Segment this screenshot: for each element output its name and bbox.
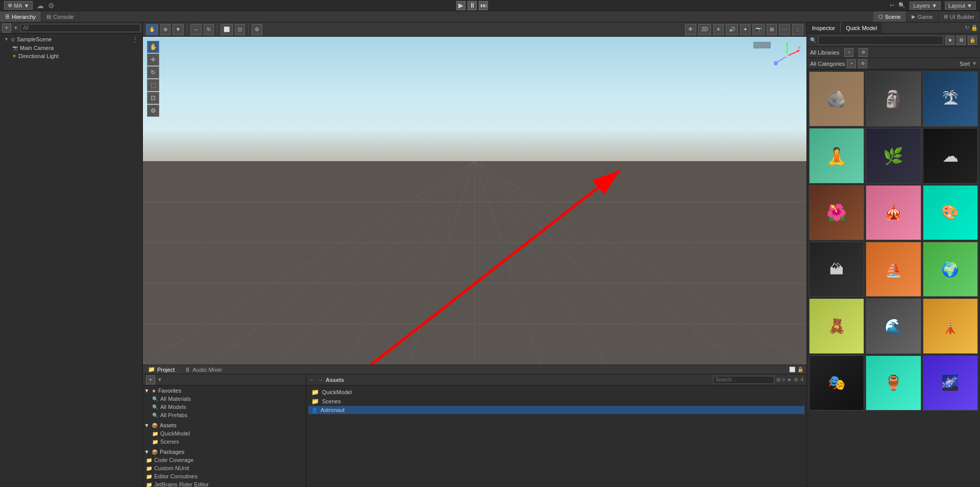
asset-thumb-3[interactable]: 🏝 [923, 71, 978, 126]
back-btn[interactable]: ← [309, 376, 315, 383]
quickmodel-folder-item[interactable]: 📁 QuickModel [144, 429, 305, 438]
asset-filter-icon[interactable]: ⊞ [776, 377, 780, 382]
add-project-btn[interactable]: + [146, 375, 155, 385]
tab-scene[interactable]: ⬡ Scene [873, 11, 906, 22]
hand-tool-btn[interactable]: ✋ [146, 24, 158, 35]
layers-button[interactable]: Layers ▼ [910, 2, 941, 10]
tab-hierarchy[interactable]: ☰ Hierarchy [0, 11, 41, 22]
asset-star-icon[interactable]: ★ [787, 377, 792, 382]
assets-header[interactable]: ▼ 📦 Assets [144, 421, 305, 429]
asset-search-input[interactable] [713, 376, 774, 384]
scene-rect-tool[interactable]: ⬚ [147, 79, 159, 91]
asset-astronaut[interactable]: 👤 Astronaut [308, 406, 804, 414]
star-btn[interactable]: ★ [945, 36, 954, 45]
transform-center-btn[interactable]: ⊕ [160, 24, 170, 35]
packages-header[interactable]: ▼ 📦 Packages [144, 448, 305, 456]
asset-thumb-6[interactable]: ☁ [923, 128, 978, 183]
pause-button[interactable]: ⏸ [468, 1, 477, 10]
all-categories-settings-btn[interactable]: ⚙ [858, 59, 867, 68]
hierarchy-item-samplescene[interactable]: ▼ ⊙ SampleScene ⋮ [0, 35, 142, 44]
add-hierarchy-button[interactable]: + [2, 23, 11, 33]
move-tool-btn[interactable]: ↔ [190, 24, 202, 35]
grid-btn[interactable]: ⋯ [779, 24, 790, 35]
inspector-tab[interactable]: Inspector [807, 22, 840, 33]
all-prefabs-item[interactable]: 🔍 All Prefabs [144, 411, 305, 419]
custom-tool-btn[interactable]: ⚙ [252, 24, 262, 35]
asset-thumb-9[interactable]: 🎨 [923, 185, 978, 240]
gizmo-btn[interactable]: ⊞ [767, 24, 777, 35]
asset-thumb-2[interactable]: 🗿 [866, 71, 921, 126]
asset-scenes-folder[interactable]: 📁 Scenes [308, 397, 804, 406]
asset-thumb-7[interactable]: 🌺 [809, 185, 864, 240]
asset-thumb-5[interactable]: 🌿 [866, 128, 921, 183]
all-libraries-label[interactable]: All Libraries [810, 49, 839, 56]
lock-icon[interactable]: 🔒 [797, 367, 803, 372]
asset-list-icon[interactable]: ≡ [782, 377, 786, 382]
asset-thumb-13[interactable]: 🧸 [809, 298, 864, 353]
more-btn[interactable]: ⋮ [792, 24, 803, 35]
asset-thumb-17[interactable]: 🏺 [866, 355, 921, 411]
rect-tool-btn[interactable]: ⬜ [220, 24, 233, 35]
audio-btn[interactable]: 🔊 [726, 24, 738, 35]
scale-tool-btn[interactable]: ⊡ [235, 24, 245, 35]
tab-game[interactable]: ▶ Game [906, 11, 939, 22]
scene-visibility-btn[interactable]: 👁 [685, 24, 696, 35]
asset-thumb-15[interactable]: 🗼 [923, 298, 978, 353]
editor-coroutines-pkg[interactable]: 📁 Editor Coroutines [144, 472, 305, 480]
settings-small-btn[interactable]: ⚙ [957, 36, 966, 45]
transform-pivot-btn[interactable]: ▼ [173, 24, 184, 35]
asset-thumb-10[interactable]: 🏔 [809, 242, 864, 297]
inspector-search-input[interactable] [818, 36, 943, 45]
maximize-icon[interactable]: ⬜ [789, 367, 795, 372]
tab-ui-builder[interactable]: ⊞ UI Builder [939, 11, 980, 22]
quick-model-tab[interactable]: Quick Model [840, 22, 882, 33]
asset-thumb-11[interactable]: ⛵ [866, 242, 921, 297]
scene-rotate-tool[interactable]: ↻ [147, 66, 159, 79]
audio-mixer-tab[interactable]: 🎚 Audio Mixer [180, 365, 227, 374]
scene-hand-tool[interactable]: ✋ [147, 41, 159, 53]
lock-right-icon[interactable]: 🔒 [971, 24, 978, 31]
custom-nunit-pkg[interactable]: 📁 Custom NUnit [144, 464, 305, 472]
scene-scale-tool[interactable]: ⊡ [147, 92, 159, 104]
all-libraries-add-btn[interactable]: + [844, 48, 853, 57]
rotate-tool-btn[interactable]: ↻ [204, 24, 214, 35]
all-categories-add-btn[interactable]: + [847, 59, 856, 68]
scenes-folder-item[interactable]: 📁 Scenes [144, 438, 305, 446]
forward-btn[interactable]: → [317, 376, 324, 383]
asset-thumb-4[interactable]: 🧘 [809, 128, 864, 183]
hierarchy-item-directionallight[interactable]: ☀ Directional Light [0, 52, 142, 60]
all-materials-item[interactable]: 🔍 All Materials [144, 395, 305, 403]
fx-btn[interactable]: ✦ [740, 24, 750, 35]
tab-console[interactable]: ▤ Console [41, 11, 79, 22]
asset-thumb-18[interactable]: 🌌 [923, 355, 978, 411]
asset-thumb-14[interactable]: 🌊 [866, 298, 921, 353]
scene-options-icon[interactable]: ⋮ [132, 36, 138, 43]
code-coverage-pkg[interactable]: 📁 Code Coverage [144, 456, 305, 464]
favorites-header[interactable]: ▼ ★ Favorites [144, 387, 305, 395]
asset-settings-icon[interactable]: ⚙ [794, 377, 798, 382]
play-button[interactable]: ▶ [456, 1, 465, 10]
layout-button[interactable]: Layout ▼ [945, 2, 976, 10]
asset-thumb-16[interactable]: 🎭 [809, 355, 864, 411]
all-libraries-settings-btn[interactable]: ⚙ [859, 48, 868, 57]
scene-view[interactable]: ✋ ✛ ↻ ⬚ ⊡ ⚙ Persp [143, 37, 806, 365]
asset-thumb-1[interactable]: 🪨 [809, 71, 864, 126]
all-categories-label[interactable]: All Categories [810, 61, 845, 67]
2d-toggle-btn[interactable]: 2D [698, 24, 711, 35]
refresh-icon[interactable]: ↻ [965, 24, 969, 31]
scene-move-tool[interactable]: ✛ [147, 54, 159, 66]
hierarchy-item-maincamera[interactable]: 📷 Main Camera [0, 44, 142, 52]
hierarchy-search-input[interactable] [20, 24, 140, 32]
scene-custom-tool[interactable]: ⚙ [147, 105, 159, 117]
asset-thumb-12[interactable]: 🌍 [923, 242, 978, 297]
lighting-btn[interactable]: ☀ [713, 24, 724, 35]
asset-quickmodel-folder[interactable]: 📁 QuickModel [308, 388, 804, 397]
step-button[interactable]: ⏭ [479, 1, 488, 10]
asset-thumb-8[interactable]: 🎪 [866, 185, 921, 240]
project-tab[interactable]: 📁 Project [143, 365, 180, 374]
jetbrains-pkg[interactable]: 📁 JetBrains Rider Editor [144, 480, 305, 487]
all-models-item[interactable]: 🔍 All Models [144, 403, 305, 411]
scene-cam-btn[interactable]: 📷 [752, 24, 765, 35]
ma-button[interactable]: ⊕ MA ▼ [4, 1, 33, 10]
lock-small-btn[interactable]: 🔒 [968, 36, 977, 45]
